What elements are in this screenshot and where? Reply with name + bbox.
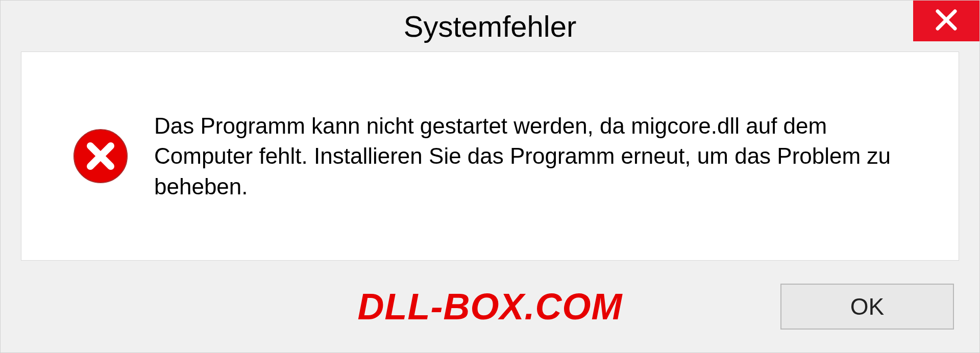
close-icon <box>935 8 958 34</box>
close-button[interactable] <box>913 1 979 41</box>
content-panel: Das Programm kann nicht gestartet werden… <box>21 52 959 261</box>
error-icon <box>72 128 129 184</box>
watermark-text: DLL-BOX.COM <box>358 286 623 327</box>
dialog-title: Systemfehler <box>404 9 576 43</box>
titlebar: Systemfehler <box>1 1 979 52</box>
error-message: Das Programm kann nicht gestartet werden… <box>154 111 923 201</box>
error-dialog: Systemfehler Das Programm kann nicht ges… <box>0 0 980 353</box>
ok-button[interactable]: OK <box>780 284 954 330</box>
dialog-footer: DLL-BOX.COM OK <box>1 276 979 352</box>
